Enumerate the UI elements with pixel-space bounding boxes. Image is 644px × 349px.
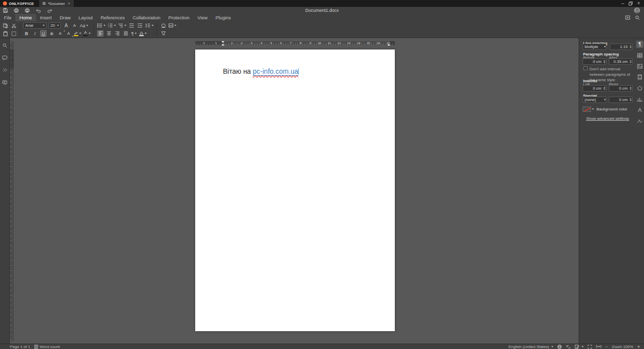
menu-plugins[interactable]: Plugins — [212, 14, 235, 21]
bold-button[interactable]: B — [23, 30, 30, 37]
align-right-icon[interactable] — [114, 30, 120, 37]
clear-style-icon[interactable] — [160, 22, 166, 29]
increase-indent-icon[interactable] — [137, 22, 143, 29]
change-case-icon[interactable]: Aa — [80, 22, 88, 29]
menu-home[interactable]: Home — [15, 14, 36, 21]
zoom-in-button[interactable]: + — [637, 344, 640, 349]
font-color-icon[interactable]: A — [83, 30, 91, 37]
close-window-button[interactable]: × — [637, 1, 640, 6]
paragraph-text[interactable]: Вітаю на pc-info.com.ua — [223, 67, 299, 75]
bullets-icon[interactable] — [97, 22, 106, 29]
align-justify-icon[interactable] — [122, 30, 129, 37]
word-count-item[interactable]: Word count — [34, 345, 60, 349]
editor-workspace[interactable]: 21 1234567891011121314151617 Вітаю на pc… — [10, 38, 579, 344]
line-spacing-select[interactable]: Multiple — [583, 44, 606, 50]
superscript-button[interactable]: Ax — [57, 30, 63, 37]
headers-footers-settings-icon[interactable] — [636, 73, 644, 81]
background-color-dropdown-icon[interactable] — [592, 108, 594, 110]
spell-check-icon[interactable] — [566, 345, 571, 349]
menu-layout[interactable]: Layout — [75, 14, 97, 21]
indent-right-spinner[interactable]: 0 cm — [609, 85, 633, 92]
subscript-button[interactable]: Ax — [65, 30, 72, 37]
quick-access-toolbar: Document1.docx — [0, 7, 644, 14]
language-select[interactable]: English (United States) — [509, 345, 554, 349]
multilevel-list-icon[interactable] — [118, 22, 126, 29]
document-tab[interactable]: *Document1.d... × — [39, 0, 74, 7]
restore-button[interactable] — [629, 1, 633, 5]
indent-left-spinner[interactable]: 0 cm — [583, 85, 606, 92]
menu-references[interactable]: References — [97, 14, 129, 21]
save-icon[interactable] — [3, 8, 8, 13]
menu-view[interactable]: View — [193, 14, 211, 21]
left-indent-marker[interactable] — [221, 44, 224, 46]
line-spacing-icon[interactable] — [145, 22, 154, 29]
line-spacing-amount-spinner[interactable]: 1.15 — [610, 44, 633, 50]
comments-icon[interactable] — [1, 54, 8, 61]
cut-icon[interactable] — [10, 22, 17, 29]
italic-button[interactable]: I — [32, 30, 38, 37]
menu-file[interactable]: File — [0, 14, 15, 21]
print-icon[interactable] — [14, 8, 19, 13]
fit-width-icon[interactable] — [596, 345, 601, 349]
menu-draw[interactable]: Draw — [55, 14, 74, 21]
shape-settings-icon[interactable] — [636, 84, 644, 92]
zoom-level[interactable]: Zoom 100% — [612, 345, 633, 349]
mail-merge-icon[interactable] — [160, 30, 166, 37]
show-advanced-settings-link[interactable]: Show advanced settings — [586, 116, 629, 121]
user-avatar[interactable] — [634, 7, 640, 13]
text-art-settings-icon[interactable] — [636, 106, 644, 113]
strikeout-button[interactable]: S — [49, 30, 55, 37]
menu-protection[interactable]: Protection — [164, 14, 194, 21]
paste-icon[interactable] — [2, 30, 8, 37]
minimize-button[interactable]: – — [622, 1, 625, 6]
zoom-out-button[interactable]: − — [605, 345, 608, 349]
find-icon[interactable] — [1, 42, 8, 49]
special-select[interactable]: (none) — [583, 97, 606, 103]
redo-icon[interactable] — [47, 8, 53, 13]
open-file-location-icon[interactable] — [625, 15, 630, 20]
image-settings-icon[interactable] — [636, 62, 644, 70]
document-page[interactable]: Вітаю на pc-info.com.ua — [195, 50, 395, 331]
highlight-color-icon[interactable] — [74, 30, 81, 37]
before-spinner[interactable]: 0 cm — [583, 58, 606, 65]
increase-font-icon[interactable]: A — [63, 22, 69, 29]
close-tab-icon[interactable]: × — [67, 1, 70, 6]
copy-style-icon[interactable] — [10, 30, 17, 37]
page-color-icon[interactable] — [168, 22, 176, 29]
document-language-icon[interactable] — [557, 345, 562, 349]
signature-settings-icon[interactable] — [636, 117, 644, 124]
background-color-swatch[interactable] — [583, 106, 591, 112]
right-indent-marker[interactable] — [387, 44, 390, 46]
vertical-ruler[interactable] — [10, 41, 14, 341]
interval-checkbox[interactable] — [584, 66, 588, 70]
page-indicator[interactable]: Page 1 of 1 — [10, 345, 30, 349]
chart-settings-icon[interactable] — [636, 95, 644, 102]
paragraph-shading-icon[interactable] — [139, 30, 147, 37]
fit-page-icon[interactable] — [588, 345, 592, 349]
decrease-indent-icon[interactable] — [128, 22, 135, 29]
align-left-icon[interactable] — [97, 30, 104, 37]
undo-icon[interactable] — [36, 8, 41, 13]
nonprinting-characters-icon[interactable]: ¶ — [131, 30, 137, 37]
track-changes-icon[interactable] — [575, 345, 584, 349]
copy-icon[interactable] — [2, 22, 8, 29]
navigation-icon[interactable] — [1, 67, 8, 73]
hyperlink[interactable]: pc-info.com.ua — [253, 67, 298, 75]
paragraph-settings-icon[interactable]: ¶ — [636, 41, 644, 48]
feedback-icon[interactable] — [1, 79, 8, 86]
font-size-select[interactable]: 20 — [49, 22, 61, 29]
decrease-font-icon[interactable]: A — [71, 22, 78, 29]
menu-insert[interactable]: Insert — [36, 14, 56, 21]
special-amount-spinner[interactable]: 0 cm — [609, 97, 633, 103]
table-settings-icon[interactable] — [636, 51, 644, 59]
numbering-icon[interactable] — [107, 22, 116, 29]
after-spinner[interactable]: 0.35 cm — [609, 58, 633, 65]
search-icon[interactable] — [635, 15, 640, 20]
align-center-icon[interactable] — [106, 30, 112, 37]
underline-button[interactable]: U — [40, 30, 47, 37]
quick-print-icon[interactable] — [25, 8, 30, 13]
font-name-select[interactable]: Arial — [23, 22, 47, 29]
first-line-indent-marker[interactable] — [221, 41, 224, 43]
horizontal-ruler[interactable]: 21 1234567891011121314151617 — [195, 41, 395, 45]
menu-collaboration[interactable]: Collaboration — [129, 14, 164, 21]
